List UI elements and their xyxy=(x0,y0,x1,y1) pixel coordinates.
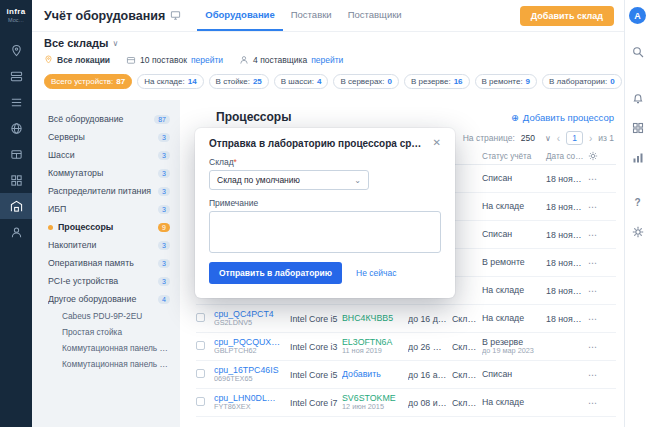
nav-item-cabeus-pdu[interactable]: Cabeus PDU-9P-2EU xyxy=(32,308,180,324)
row-actions-button[interactable]: ⋯ xyxy=(588,370,602,380)
nav-item-switches[interactable]: Коммутаторы3 xyxy=(32,164,180,182)
user-icon[interactable] xyxy=(0,219,32,245)
chip-in-rack[interactable]: В стойке:25 xyxy=(209,74,269,89)
table-row: cpu_16TPC46IS0696TEX65 Intel Core i5 Доб… xyxy=(196,361,616,389)
nav-item-chassis[interactable]: Шасси3 xyxy=(32,146,180,164)
section-title: Процессоры xyxy=(216,110,291,124)
modules-icon[interactable] xyxy=(0,63,32,89)
row-checkbox[interactable] xyxy=(196,341,205,350)
suppliers-go-link[interactable]: перейти xyxy=(311,55,343,65)
modal-title: Отправка в лабораторию процессора cpu_C3… xyxy=(209,138,423,149)
page-of-label: из 1 xyxy=(598,133,614,143)
chip-in-stock[interactable]: На складе:14 xyxy=(137,74,203,89)
add-processor-link[interactable]: ⊕Добавить процессор xyxy=(511,112,614,123)
not-now-button[interactable]: Не сейчас xyxy=(356,268,396,278)
globe-icon[interactable] xyxy=(0,115,32,141)
nav-item-simple-rack[interactable]: Простая стойка xyxy=(32,324,180,340)
table-settings-icon[interactable] xyxy=(588,151,602,163)
nav-item-patch-panel-1[interactable]: Коммутационная панель U… xyxy=(32,340,180,356)
warehouses-dropdown[interactable]: Все склады xyxy=(44,37,108,49)
status-filter-chips: Всего устройств:87 На складе:14 В стойке… xyxy=(44,73,624,89)
row-actions-button[interactable]: ⋯ xyxy=(588,314,602,324)
device-model: Intel Core i5 xyxy=(290,370,342,380)
header-status[interactable]: Статус учёта xyxy=(482,152,546,161)
device-model: Intel Core i3 xyxy=(290,342,342,352)
warehouse-select[interactable]: Склад по умолчанию ⌄ xyxy=(209,170,369,190)
apps-grid-icon[interactable] xyxy=(630,120,646,136)
nav-item-all-equipment[interactable]: Всё оборудование87 xyxy=(32,110,180,128)
send-to-lab-modal: Отправка в лабораторию процессора cpu_C3… xyxy=(195,128,455,298)
nav-item-ram[interactable]: Оперативная память3 xyxy=(32,254,180,272)
tab-equipment[interactable]: Оборудование xyxy=(197,0,282,31)
grid-icon[interactable] xyxy=(0,167,32,193)
next-page-button[interactable]: › xyxy=(589,133,592,144)
header-date[interactable]: Дата со… xyxy=(546,152,588,161)
nav-item-processors[interactable]: Процессоры9 xyxy=(32,218,180,236)
status: На складе xyxy=(482,313,546,324)
warranty: до 26 фе… xyxy=(408,342,452,352)
chart-icon[interactable] xyxy=(630,150,646,166)
row-actions-button[interactable]: ⋯ xyxy=(588,258,602,268)
status: Списан xyxy=(482,173,546,184)
row-actions-button[interactable]: ⋯ xyxy=(588,398,602,408)
nav-item-pdu[interactable]: Распределители питания3 xyxy=(32,182,180,200)
status: На складе xyxy=(482,397,546,408)
nav-item-ups[interactable]: ИБП3 xyxy=(32,200,180,218)
chip-in-reserve[interactable]: В резерве:16 xyxy=(404,74,470,89)
user-avatar[interactable]: A xyxy=(629,7,646,24)
row-checkbox[interactable] xyxy=(196,369,205,378)
add-component-link[interactable]: Добавить xyxy=(342,369,408,380)
note-textarea[interactable] xyxy=(209,211,441,253)
row-checkbox[interactable] xyxy=(196,397,205,406)
row-actions-button[interactable]: ⋯ xyxy=(588,174,602,184)
device-id: GS2LDNV5 xyxy=(214,319,290,328)
device-model: Intel Core i5 xyxy=(290,314,342,324)
location-pin-icon[interactable] xyxy=(0,37,32,63)
warehouse: Скл… xyxy=(452,342,482,352)
status: Списан xyxy=(482,229,546,240)
chip-in-servers[interactable]: В серверах:0 xyxy=(333,74,399,89)
status: На складе xyxy=(482,201,546,212)
warehouse-icon[interactable] xyxy=(0,193,32,219)
device-id: FYT86XEX xyxy=(214,403,290,412)
nav-item-patch-panel-2[interactable]: Коммутационная панель U… xyxy=(32,356,180,372)
add-warehouse-button[interactable]: Добавить склад xyxy=(520,6,614,26)
close-icon[interactable]: ✕ xyxy=(433,138,441,148)
deliveries-go-link[interactable]: перейти xyxy=(191,55,223,65)
component-link[interactable]: ВНС4КЧВВ5 xyxy=(342,313,408,324)
current-page[interactable]: 1 xyxy=(566,131,583,145)
row-checkbox[interactable] xyxy=(196,313,205,322)
warranty: до 16 де… xyxy=(408,314,452,324)
chip-in-lab[interactable]: В лаборатории:0 xyxy=(542,74,622,89)
prev-page-button[interactable]: ‹ xyxy=(557,133,560,144)
nav-item-servers[interactable]: Серверы3 xyxy=(32,128,180,146)
package-icon[interactable] xyxy=(0,141,32,167)
send-to-lab-button[interactable]: Отправить в лабораторию xyxy=(209,262,342,284)
row-actions-button[interactable]: ⋯ xyxy=(588,202,602,212)
search-icon[interactable] xyxy=(630,44,646,60)
row-actions-button[interactable]: ⋯ xyxy=(588,230,602,240)
help-icon[interactable]: ? xyxy=(630,194,646,210)
gear-icon[interactable] xyxy=(630,224,646,240)
list-icon[interactable] xyxy=(0,89,32,115)
note-field-label: Примечание xyxy=(209,198,441,208)
row-actions-button[interactable]: ⋯ xyxy=(588,342,602,352)
plus-icon: ⊕ xyxy=(511,112,519,123)
chevron-down-icon: ∨ xyxy=(545,134,551,143)
per-page-dropdown[interactable]: 250 xyxy=(521,133,535,143)
status: В ремонте xyxy=(482,257,546,268)
app-window: infra Мос… A ? Учёт оборудования Оборудо… xyxy=(0,0,650,427)
chip-in-chassis[interactable]: В шасси:4 xyxy=(274,74,329,89)
chip-in-repair[interactable]: В ремонте:9 xyxy=(475,74,538,89)
row-actions-button[interactable]: ⋯ xyxy=(588,286,602,296)
app-logo: infra xyxy=(0,0,32,16)
tab-suppliers[interactable]: Поставщики xyxy=(340,0,410,31)
warranty: до 08 ию… xyxy=(408,398,452,408)
record-date: 18 ноя… xyxy=(546,202,588,212)
nav-item-pci[interactable]: PCI-е устройства3 xyxy=(32,272,180,290)
bell-icon[interactable] xyxy=(630,90,646,106)
nav-item-other[interactable]: Другое оборудование4 xyxy=(32,290,180,308)
tab-deliveries[interactable]: Поставки xyxy=(283,0,340,31)
nav-item-drives[interactable]: Накопители3 xyxy=(32,236,180,254)
chip-total[interactable]: Всего устройств:87 xyxy=(44,74,132,89)
